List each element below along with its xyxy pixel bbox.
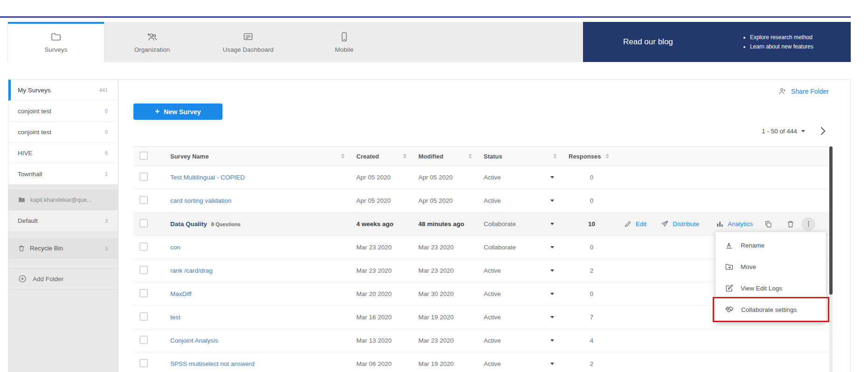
created-cell: Mar 23 2020 (350, 267, 412, 274)
responses-cell: 2 (562, 360, 621, 367)
survey-name-link[interactable]: card sorting validation (170, 197, 231, 204)
next-page-button[interactable] (817, 125, 829, 139)
sort-icon[interactable] (403, 154, 407, 158)
modified-cell: Mar 23 2020 (412, 244, 478, 251)
select-all-checkbox[interactable] (139, 152, 148, 160)
send-icon (661, 220, 669, 228)
table-row[interactable]: Test Multilingual - COPIED Apr 05 2020 A… (133, 166, 833, 189)
table-row[interactable]: Conjoint Analysis Mar 13 2020 Mar 23 202… (133, 329, 833, 352)
status-dropdown[interactable]: Active (478, 174, 562, 181)
more-options-button[interactable] (801, 217, 815, 231)
row-checkbox[interactable] (139, 219, 148, 227)
header-modified[interactable]: Modified (412, 153, 478, 160)
sidebar-item-townhall[interactable]: Townhall 1 (8, 164, 118, 185)
row-checkbox[interactable] (139, 336, 148, 344)
tab-organization[interactable]: Organization (104, 22, 200, 62)
table-row[interactable]: card sorting validation Apr 05 2020 Apr … (133, 189, 833, 213)
status-dropdown[interactable]: Active (478, 337, 562, 344)
handshake-icon (725, 305, 734, 314)
survey-name-link[interactable]: test (170, 314, 181, 321)
status-dropdown[interactable]: Active (478, 290, 562, 297)
sort-icon[interactable] (553, 154, 557, 158)
created-cell: Mar 06 2020 (350, 360, 412, 367)
survey-name-link[interactable]: rank /card/drag (170, 267, 213, 274)
delete-button[interactable] (786, 220, 795, 228)
row-checkbox[interactable] (139, 312, 148, 321)
table-row[interactable]: SPSS multiselect not answerd Mar 06 2020… (133, 352, 833, 372)
question-count-badge: 8 Questions (211, 221, 241, 227)
tab-mobile[interactable]: Mobile (296, 22, 392, 62)
tab-usage-dashboard[interactable]: Usage Dashboard (200, 22, 296, 62)
status-label: Active (484, 197, 501, 204)
status-dropdown[interactable]: Collaborate (478, 220, 562, 227)
status-label: Collaborate (484, 244, 516, 251)
status-dropdown[interactable]: Active (478, 314, 562, 321)
sidebar-item-recycle-bin[interactable]: Recycle Bin 3 (8, 238, 118, 259)
menu-item-move[interactable]: Move (715, 256, 826, 277)
menu-item-view-edit-logs[interactable]: View Edit Logs (715, 277, 826, 299)
modified-cell: Apr 05 2020 (412, 197, 478, 204)
survey-name-link[interactable]: Test Multilingual - COPIED (170, 174, 245, 181)
people-add-icon (146, 31, 158, 42)
header-responses[interactable]: Responses (562, 153, 621, 160)
blog-banner[interactable]: Read our blog Explore research method Le… (583, 22, 851, 62)
folder-count: 3 (105, 218, 108, 224)
menu-item-label: Collaborate settings (741, 306, 797, 313)
new-survey-label: New Survey (164, 108, 201, 116)
tab-surveys[interactable]: Surveys (8, 22, 104, 62)
survey-name-link[interactable]: MaxDiff (170, 290, 192, 297)
sort-icon[interactable] (468, 154, 472, 158)
pagination-dropdown[interactable]: 1 - 50 of 444 (762, 128, 805, 135)
table-scrollbar-thumb[interactable] (829, 146, 833, 295)
status-label: Collaborate (484, 220, 516, 227)
sidebar-item-shared-folder[interactable]: kapil.khandekar@que... (8, 189, 118, 210)
distribute-button[interactable]: Distribute (661, 220, 699, 228)
sidebar-item-conjoint-test-2[interactable]: conjoint test 0 (8, 122, 118, 143)
menu-item-collaborate-settings[interactable]: Collaborate settings (715, 299, 826, 320)
row-checkbox[interactable] (139, 196, 148, 204)
header-survey-name[interactable]: Survey Name (164, 153, 350, 160)
edit-button[interactable]: Edit (624, 220, 646, 228)
modified-cell: Mar 23 2020 (412, 337, 478, 344)
survey-name-link[interactable]: con (170, 244, 181, 251)
blog-banner-title[interactable]: Read our blog (623, 37, 673, 47)
sort-icon[interactable] (341, 154, 345, 158)
modified-cell: 48 minutes ago (412, 220, 478, 227)
caret-down-icon (550, 363, 554, 365)
survey-name-link[interactable]: Data Quality (170, 220, 207, 227)
survey-name-link[interactable]: Conjoint Analysis (170, 337, 218, 344)
chevron-right-icon (817, 125, 829, 137)
tab-label: Surveys (45, 46, 68, 53)
caret-down-icon (550, 223, 554, 225)
new-survey-button[interactable]: + New Survey (133, 103, 222, 120)
sidebar-item-conjoint-test-1[interactable]: conjoint test 0 (8, 101, 118, 122)
modified-cell: Mar 19 2020 (412, 314, 478, 321)
copy-button[interactable] (764, 220, 772, 228)
copy-icon (764, 220, 772, 228)
row-checkbox[interactable] (139, 359, 148, 367)
sidebar-item-my-surveys[interactable]: My Surveys 441 (8, 80, 118, 101)
folder-count: 3 (105, 246, 108, 251)
row-checkbox[interactable] (139, 266, 148, 274)
responses-cell: 0 (562, 174, 621, 181)
header-status[interactable]: Status (478, 153, 562, 160)
folder-count: 6 (105, 150, 108, 156)
add-folder-button[interactable]: Add Folder (8, 268, 118, 289)
header-created[interactable]: Created (350, 153, 412, 160)
survey-name-link[interactable]: SPSS multiselect not answerd (170, 360, 255, 367)
row-checkbox[interactable] (139, 242, 148, 251)
responses-cell: 2 (562, 267, 621, 274)
sidebar-item-hive[interactable]: HIVE 6 (8, 143, 118, 164)
menu-item-rename[interactable]: Rename (715, 234, 826, 256)
status-dropdown[interactable]: Active (478, 360, 562, 367)
share-folder-button[interactable]: Share Folder (778, 87, 829, 96)
row-checkbox[interactable] (139, 289, 148, 297)
analytics-button[interactable]: Analytics (716, 220, 753, 228)
sidebar-item-default[interactable]: Default 3 (8, 210, 118, 231)
row-checkbox[interactable] (139, 172, 148, 181)
status-label: Active (484, 360, 501, 367)
status-dropdown[interactable]: Active (478, 267, 562, 274)
status-dropdown[interactable]: Active (478, 197, 562, 204)
status-dropdown[interactable]: Collaborate (478, 244, 562, 251)
sort-icon[interactable] (605, 154, 609, 158)
